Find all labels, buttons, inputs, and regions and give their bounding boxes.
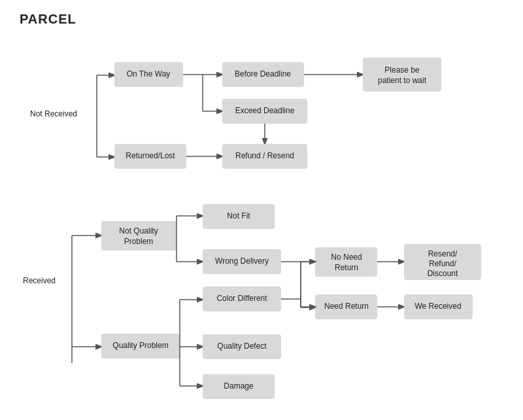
flowchart-diagram: Not Received On The Way Before Deadline … [0, 0, 523, 420]
not-received-label: Not Received [30, 109, 77, 118]
not-quality-problem-text1: Not Quality [119, 226, 158, 236]
exceed-deadline-text: Exceed Deadline [235, 106, 295, 115]
quality-defect-text: Quality Defect [217, 341, 267, 351]
on-the-way-text: On The Way [127, 69, 171, 79]
need-return-text: Need Return [324, 302, 369, 311]
no-need-return-text1: No Need [331, 253, 362, 262]
please-wait-text1: Please be [384, 65, 420, 75]
wrong-delivery-text: Wrong Delivery [215, 256, 269, 266]
please-wait-text2: patient to wait [378, 76, 427, 85]
resend-refund-discount-text2: Refund/ [429, 259, 457, 268]
resend-refund-discount-text1: Resend/ [428, 249, 458, 258]
returned-lost-text: Returned/Lost [126, 151, 175, 160]
no-need-return-text2: Return [335, 263, 358, 272]
quality-problem-text: Quality Problem [112, 341, 168, 350]
no-need-return-node [315, 247, 377, 277]
received-label: Received [23, 276, 56, 285]
refund-resend-top-text: Refund / Resend [235, 151, 294, 160]
not-fit-text: Not Fit [227, 211, 250, 220]
before-deadline-text: Before Deadline [235, 69, 291, 79]
we-received-text: We Received [414, 302, 461, 311]
color-different-text: Color Different [216, 294, 267, 303]
not-quality-problem-node [101, 221, 177, 251]
damage-text: Damage [224, 381, 254, 391]
not-quality-problem-text2: Problem [124, 237, 154, 246]
resend-refund-discount-text3: Discount [428, 269, 458, 278]
